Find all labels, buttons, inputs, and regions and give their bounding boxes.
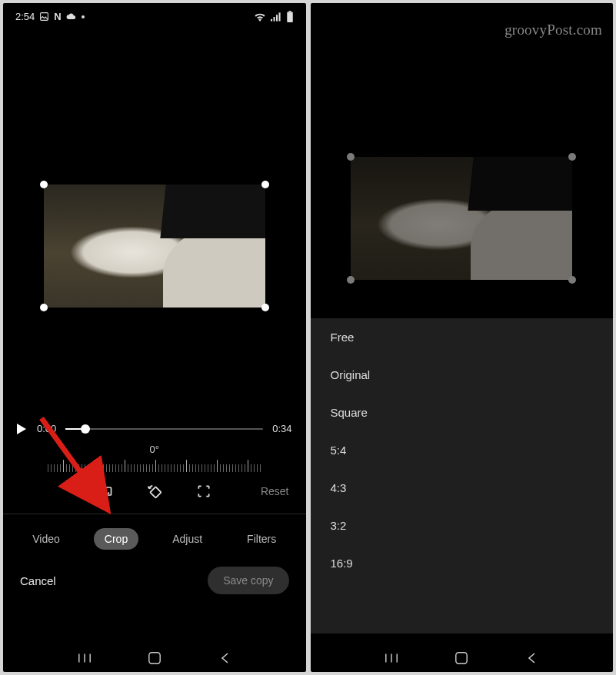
- tab-video[interactable]: Video: [22, 528, 71, 550]
- ratio-5-4[interactable]: 5:4: [311, 431, 614, 469]
- time-current: 0:00: [37, 423, 56, 434]
- ratio-4-3[interactable]: 4:3: [311, 469, 614, 507]
- svg-rect-3: [276, 15, 278, 21]
- cloud-icon: [66, 12, 77, 21]
- status-time: 2:54: [15, 11, 35, 22]
- netflix-icon: N: [54, 11, 61, 22]
- timeline: 0:00 0:34: [3, 423, 306, 434]
- svg-rect-4: [278, 12, 280, 21]
- video-preview[interactable]: [3, 27, 306, 338]
- video-thumbnail: [351, 157, 572, 280]
- tab-adjust[interactable]: Adjust: [161, 528, 213, 550]
- ratio-free[interactable]: Free: [311, 318, 614, 356]
- play-button[interactable]: [17, 424, 28, 434]
- video-preview[interactable]: [311, 3, 614, 288]
- ratio-3-2[interactable]: 3:2: [311, 507, 614, 544]
- free-transform-button[interactable]: [195, 483, 212, 500]
- crop-handle-top-left[interactable]: [40, 181, 48, 188]
- crop-handle-bottom-left[interactable]: [347, 276, 355, 284]
- svg-rect-6: [288, 11, 291, 12]
- nav-home[interactable]: [147, 650, 162, 666]
- aspect-ratio-button[interactable]: [97, 483, 114, 500]
- nav-back[interactable]: [217, 650, 232, 666]
- crop-frame[interactable]: [351, 157, 572, 280]
- rotation-angle-label: 0°: [3, 444, 306, 455]
- image-icon: [39, 12, 49, 22]
- nav-bar: [311, 650, 614, 666]
- cancel-button[interactable]: Cancel: [20, 574, 56, 587]
- nav-recents[interactable]: [77, 650, 92, 666]
- video-thumbnail: [44, 185, 265, 308]
- svg-rect-12: [149, 653, 160, 663]
- svg-rect-7: [99, 487, 111, 495]
- nav-recents[interactable]: [384, 650, 399, 666]
- nav-back[interactable]: [524, 650, 539, 666]
- crop-handle-top-right[interactable]: [261, 181, 269, 188]
- svg-rect-5: [287, 12, 293, 23]
- tab-filters[interactable]: Filters: [236, 528, 287, 550]
- wifi-icon: [254, 12, 266, 22]
- ratio-original[interactable]: Original: [311, 356, 614, 394]
- svg-rect-2: [273, 17, 275, 22]
- crop-handle-top-right[interactable]: [568, 153, 576, 161]
- crop-handle-bottom-right[interactable]: [568, 276, 576, 284]
- crop-frame[interactable]: [44, 185, 265, 308]
- reset-button[interactable]: Reset: [261, 485, 289, 497]
- aspect-ratio-panel: Free Original Square 5:4 4:3 3:2 16:9: [311, 318, 614, 633]
- svg-rect-0: [41, 13, 48, 21]
- divider: [3, 514, 306, 514]
- ratio-square[interactable]: Square: [311, 394, 614, 431]
- save-copy-button[interactable]: Save copy: [208, 567, 288, 594]
- svg-rect-8: [150, 487, 161, 497]
- svg-rect-17: [456, 653, 467, 663]
- nav-bar: [3, 650, 306, 666]
- seek-track[interactable]: [65, 428, 263, 430]
- svg-rect-1: [271, 18, 272, 21]
- edit-tabs: Video Crop Adjust Filters: [3, 528, 306, 550]
- ratio-16-9[interactable]: 16:9: [311, 544, 614, 582]
- phone-left: 2:54 N: [3, 3, 306, 672]
- tab-crop[interactable]: Crop: [94, 528, 138, 550]
- signal-icon: [271, 12, 281, 22]
- status-bar: 2:54 N: [3, 3, 306, 27]
- crop-handle-bottom-right[interactable]: [261, 304, 269, 311]
- rotate-button[interactable]: [146, 483, 163, 500]
- crop-handle-bottom-left[interactable]: [40, 304, 48, 311]
- seek-knob[interactable]: [81, 424, 90, 434]
- phone-right: groovyPost.com Free Original Square 5:4 …: [311, 3, 614, 672]
- action-bar: Cancel Save copy: [3, 567, 306, 594]
- battery-icon: [286, 11, 294, 22]
- nav-home[interactable]: [454, 650, 469, 666]
- time-duration: 0:34: [272, 423, 291, 434]
- crop-toolbar: Reset: [3, 483, 306, 500]
- dot-icon: [82, 15, 85, 18]
- rotation-dial[interactable]: [3, 458, 306, 472]
